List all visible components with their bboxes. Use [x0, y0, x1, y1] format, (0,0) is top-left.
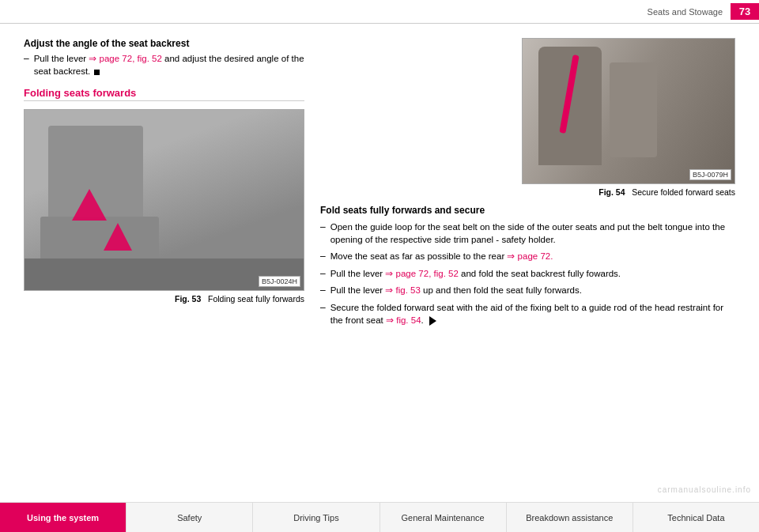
footer-item-maintenance[interactable]: General Maintenance — [380, 503, 507, 532]
footer-label-driving: Driving Tips — [293, 513, 338, 523]
fold-section-title: Fold seats fully forwards and secure — [320, 205, 735, 216]
header-title: Seats and Stowage — [648, 7, 723, 17]
footer-label-safety: Safety — [177, 513, 202, 523]
footer-label-technical: Technical Data — [667, 513, 724, 523]
fig54-caption: Fig. 54 Secure folded forward seats — [522, 187, 735, 198]
fold-bullet-5: – Secure the folded forward seat with th… — [320, 301, 735, 326]
fold-bullet-5-text: Secure the folded forward seat with the … — [330, 301, 735, 326]
fig54-caption-label: Fig. 54 — [599, 187, 625, 197]
folding-heading: Folding seats forwards — [24, 87, 304, 101]
bullet4-link[interactable]: ⇒ fig. 53 — [385, 285, 421, 295]
adjust-page-link[interactable]: page 72, fig. 52 — [100, 54, 162, 63]
arrow-up-icon — [72, 189, 107, 221]
fold-bullet-4-text: Pull the lever ⇒ fig. 53 up and then fol… — [330, 284, 582, 297]
triangle-right-icon — [429, 316, 436, 326]
fig54-image: B5J-0079H — [522, 38, 735, 184]
dash-2: – — [320, 250, 326, 263]
adjust-pull-text: Pull the lever — [34, 54, 86, 63]
bullet-dash: – — [24, 52, 29, 77]
bullet5-link[interactable]: ⇒ fig. 54 — [386, 315, 421, 325]
footer-item-technical[interactable]: Technical Data — [633, 503, 759, 532]
seat-illustration — [25, 110, 304, 290]
footer-label-maintenance: General Maintenance — [402, 513, 485, 523]
watermark: carmanualsouline.info — [658, 485, 751, 494]
footer-nav: Using the system Safety Driving Tips Gen… — [0, 502, 759, 532]
footer-item-using-system[interactable]: Using the system — [0, 503, 126, 532]
main-content: Adjust the angle of the seat backrest – … — [0, 24, 759, 496]
fig53-container: B5J-0024H Fig. 53 Folding seat fully for… — [24, 109, 304, 305]
footer-label-using: Using the system — [27, 513, 99, 523]
fig54-container: B5J-0079H Fig. 54 Secure folded forward … — [522, 38, 735, 198]
fold-bullet-3: – Pull the lever ⇒ page 72, fig. 52 and … — [320, 267, 735, 281]
adjust-bullet: – Pull the lever ⇒ page 72, fig. 52 and … — [24, 52, 304, 77]
arrow-up2-icon — [104, 223, 132, 251]
adjust-link1[interactable]: ⇒ — [89, 54, 99, 63]
end-square — [94, 70, 100, 75]
bullet2-link[interactable]: ⇒ page 72. — [507, 251, 553, 261]
fold-bullet-2: – Move the seat as far as possible to th… — [320, 250, 735, 263]
fig54-code: B5J-0079H — [689, 169, 731, 180]
fig53-code: B5J-0024H — [259, 276, 300, 287]
fig53-image: B5J-0024H — [24, 109, 304, 291]
page-header: Seats and Stowage 73 — [0, 0, 759, 24]
fold-bullet-1: – Open the guide loop for the seat belt … — [320, 221, 735, 246]
adjust-bullet-text: Pull the lever ⇒ page 72, fig. 52 and ad… — [34, 52, 304, 77]
fig54-caption-text: Secure folded forward seats — [632, 187, 735, 197]
seat-cushion-shape — [40, 217, 159, 260]
fold-bullet-2-text: Move the seat as far as possible to the … — [330, 250, 553, 263]
fold-bullet-4: – Pull the lever ⇒ fig. 53 up and then f… — [320, 284, 735, 297]
fold-bullet-3-text: Pull the lever ⇒ page 72, fig. 52 and fo… — [330, 267, 621, 281]
footer-item-safety[interactable]: Safety — [126, 503, 253, 532]
dash-1: – — [320, 221, 326, 246]
footer-item-driving[interactable]: Driving Tips — [253, 503, 380, 532]
seat-shape2 — [610, 62, 657, 157]
fig53-caption-label: Fig. 53 — [175, 294, 201, 304]
dash-5: – — [320, 301, 326, 326]
footer-label-breakdown: Breakdown assistance — [526, 513, 613, 523]
fig53-caption-text: Folding seat fully forwards — [208, 294, 304, 304]
fig53-caption: Fig. 53 Folding seat fully forwards — [24, 294, 304, 305]
fold-bullet-1-text: Open the guide loop for the seat belt on… — [330, 221, 735, 246]
footer-item-breakdown[interactable]: Breakdown assistance — [507, 503, 633, 532]
bullet3-link[interactable]: ⇒ page 72, fig. 52 — [385, 269, 458, 278]
dash-3: – — [320, 267, 326, 281]
seat-detail-bg — [523, 39, 734, 183]
page-number: 73 — [731, 3, 759, 20]
left-column: Adjust the angle of the seat backrest – … — [24, 38, 304, 488]
dash-4: – — [320, 284, 326, 297]
right-column: B5J-0079H Fig. 54 Secure folded forward … — [320, 38, 735, 488]
adjust-section-title: Adjust the angle of the seat backrest — [24, 38, 304, 49]
